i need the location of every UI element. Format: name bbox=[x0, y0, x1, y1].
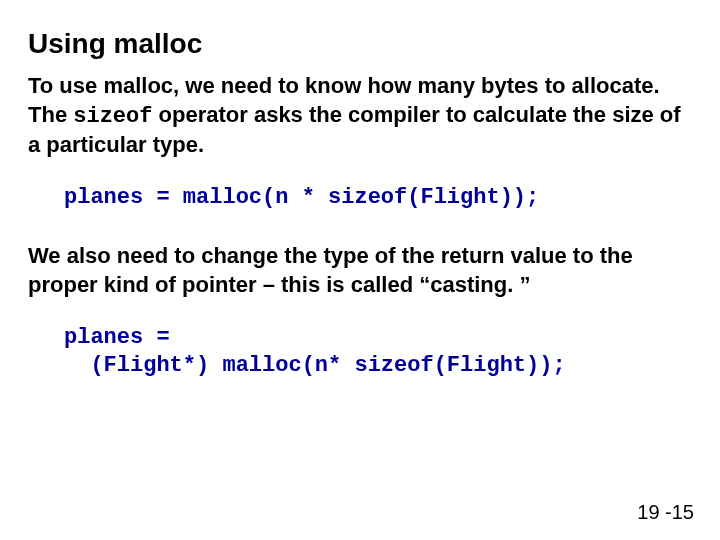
paragraph-1: To use malloc, we need to know how many … bbox=[28, 72, 692, 160]
paragraph-2: We also need to change the type of the r… bbox=[28, 242, 692, 299]
slide-title: Using malloc bbox=[28, 28, 692, 60]
page-number: 19 -15 bbox=[637, 501, 694, 524]
sizeof-keyword: sizeof bbox=[73, 104, 152, 129]
code-block-1: planes = malloc(n * sizeof(Flight)); bbox=[64, 184, 692, 213]
slide: Using malloc To use malloc, we need to k… bbox=[0, 0, 720, 540]
code-block-2: planes = (Flight*) malloc(n* sizeof(Flig… bbox=[64, 324, 692, 381]
